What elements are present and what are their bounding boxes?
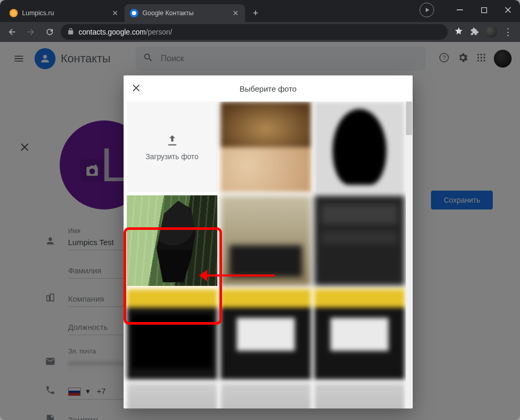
modal-header: Выберите фото xyxy=(124,75,413,102)
photo-tile[interactable] xyxy=(220,289,311,380)
close-tab-icon[interactable]: ✕ xyxy=(231,9,240,17)
photo-tile[interactable] xyxy=(314,195,405,286)
chrome-window: Lumpics.ru ✕ Google Контакты ✕ + contact… xyxy=(0,0,520,420)
address-bar: contacts.google.com/person/ ⋮ xyxy=(0,22,520,42)
browser-tab-contacts[interactable]: Google Контакты ✕ xyxy=(125,4,245,22)
upload-label: Загрузить фото xyxy=(146,152,198,161)
photo-grid: Загрузить фото xyxy=(124,102,413,408)
scrollbar-track[interactable] xyxy=(406,102,412,408)
titlebar: Lumpics.ru ✕ Google Контакты ✕ + xyxy=(0,0,520,22)
svg-rect-0 xyxy=(457,9,463,10)
modal-title: Выберите фото xyxy=(240,84,297,93)
favicon-lumpics xyxy=(9,9,18,17)
page-viewport: Контакты Поиск ? L Сохранить xyxy=(0,42,520,420)
photo-tile[interactable] xyxy=(314,289,405,380)
photo-tile[interactable] xyxy=(314,383,405,408)
tab-title: Google Контакты xyxy=(142,9,231,17)
omnibox[interactable]: contacts.google.com/person/ xyxy=(61,24,448,40)
tab-strip: Lumpics.ru ✕ Google Контакты ✕ + xyxy=(0,4,263,22)
window-maximize-button[interactable] xyxy=(472,2,496,18)
lock-icon xyxy=(67,28,74,37)
extensions-icon[interactable] xyxy=(470,27,479,37)
photo-picker-modal: Выберите фото Загрузить фото xyxy=(124,75,413,408)
media-control-icon[interactable] xyxy=(419,3,434,17)
svg-rect-1 xyxy=(481,7,486,13)
nav-forward-button[interactable] xyxy=(23,24,39,40)
chrome-menu-icon[interactable]: ⋮ xyxy=(503,26,513,38)
photo-tile[interactable] xyxy=(127,289,217,380)
window-minimize-button[interactable] xyxy=(448,2,472,18)
browser-tab-lumpics[interactable]: Lumpics.ru ✕ xyxy=(4,4,125,22)
photo-tile[interactable] xyxy=(127,195,217,286)
photo-tile[interactable] xyxy=(220,195,311,286)
nav-back-button[interactable] xyxy=(4,24,20,40)
scrollbar-thumb[interactable] xyxy=(406,102,412,135)
close-tab-icon[interactable]: ✕ xyxy=(111,9,119,17)
profile-avatar-icon[interactable] xyxy=(485,26,497,38)
url-text: contacts.google.com/person/ xyxy=(79,28,172,36)
nav-reload-button[interactable] xyxy=(42,24,58,40)
photo-tile[interactable] xyxy=(220,383,311,408)
bookmark-icon[interactable] xyxy=(454,26,463,38)
photo-grid-container: Загрузить фото xyxy=(124,102,413,408)
toolbar-right: ⋮ xyxy=(451,26,516,38)
tab-title: Lumpics.ru xyxy=(22,9,111,17)
photo-tile[interactable] xyxy=(314,102,405,192)
upload-icon xyxy=(165,134,179,147)
window-controls xyxy=(419,0,520,20)
new-tab-button[interactable]: + xyxy=(248,6,263,20)
modal-close-icon[interactable] xyxy=(131,83,143,95)
favicon-google-contacts xyxy=(130,9,138,17)
upload-photo-tile[interactable]: Загрузить фото xyxy=(127,102,217,192)
photo-tile[interactable] xyxy=(220,102,311,192)
photo-tile[interactable] xyxy=(127,383,217,408)
window-close-button[interactable] xyxy=(496,2,520,18)
